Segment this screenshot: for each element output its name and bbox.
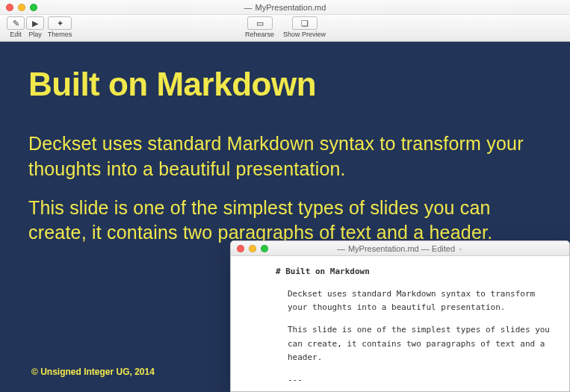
pencil-icon: ✎: [13, 19, 19, 28]
themes-icon: ✦: [57, 19, 63, 28]
zoom-icon[interactable]: [30, 4, 37, 11]
close-icon[interactable]: [6, 4, 13, 11]
rehearse-label: Rehearse: [245, 31, 274, 38]
dash-icon: —: [244, 3, 253, 12]
window-title: — MyPresentation.md: [244, 3, 326, 12]
play-button[interactable]: ▶ Play: [25, 16, 45, 38]
md-paragraph-1: Deckset uses standard Markdown syntax to…: [246, 287, 554, 314]
minimize-icon[interactable]: [18, 4, 25, 11]
window-title-text: MyPresentation.md: [255, 3, 326, 12]
md-paragraph-2: This slide is one of the simplest types …: [246, 323, 554, 364]
editor-window-title[interactable]: — MyPresentation.md — Edited ⌄: [337, 244, 463, 253]
slide-title: Built on Markdown: [28, 66, 542, 103]
main-toolbar: ✎ Edit ▶ Play ✦ Themes ▭ Rehearse ❏ Show…: [0, 15, 570, 42]
rehearse-button[interactable]: ▭ Rehearse: [241, 16, 279, 38]
editor-title-text: MyPresentation.md — Edited: [348, 244, 455, 253]
editor-window[interactable]: — MyPresentation.md — Edited ⌄ # Built o…: [230, 240, 570, 392]
chevron-down-icon: ⌄: [458, 245, 463, 252]
slide-paragraph-1: Deckset uses standard Markdown syntax to…: [28, 131, 542, 182]
zoom-icon[interactable]: [261, 245, 268, 252]
main-titlebar: — MyPresentation.md: [0, 0, 570, 15]
editor-titlebar: — MyPresentation.md — Edited ⌄: [231, 241, 569, 256]
close-icon[interactable]: [237, 245, 244, 252]
play-label: Play: [28, 31, 42, 38]
traffic-lights: [6, 4, 37, 11]
editor-body[interactable]: # Built on Markdown Deckset uses standar…: [231, 256, 569, 392]
edit-button[interactable]: ✎ Edit: [6, 16, 25, 38]
md-heading: # Built on Markdown: [246, 265, 554, 279]
show-preview-label: Show Preview: [283, 31, 326, 38]
toolbar-left-group: ✎ Edit ▶ Play ✦ Themes: [6, 16, 75, 38]
slide-paragraph-2: This slide is one of the simplest types …: [28, 196, 542, 246]
edit-label: Edit: [10, 31, 22, 38]
toolbar-center-group: ▭ Rehearse ❏ Show Preview: [241, 16, 330, 38]
themes-button[interactable]: ✦ Themes: [45, 16, 75, 38]
md-hr: ---: [246, 373, 554, 387]
preview-icon: ❏: [301, 19, 309, 28]
minimize-icon[interactable]: [249, 245, 256, 252]
slide-footer: © Unsigned Integer UG, 2014: [31, 367, 155, 377]
rehearse-icon: ▭: [256, 19, 264, 28]
play-icon: ▶: [32, 19, 38, 28]
editor-traffic-lights: [237, 245, 268, 252]
show-preview-button[interactable]: ❏ Show Preview: [279, 16, 330, 38]
themes-label: Themes: [48, 31, 72, 38]
dash-icon: —: [337, 244, 345, 253]
